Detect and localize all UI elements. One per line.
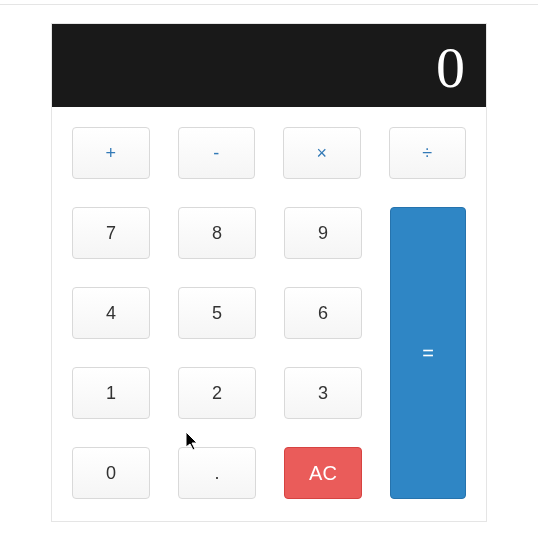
digit-2-button[interactable]: 2: [178, 367, 256, 419]
digit-5-button[interactable]: 5: [178, 287, 256, 339]
digit-4-button[interactable]: 4: [72, 287, 150, 339]
digit-0-button[interactable]: 0: [72, 447, 150, 499]
digit-3-button[interactable]: 3: [284, 367, 362, 419]
clear-button[interactable]: AC: [284, 447, 362, 499]
digit-6-button[interactable]: 6: [284, 287, 362, 339]
subtract-button[interactable]: -: [178, 127, 256, 179]
digit-7-button[interactable]: 7: [72, 207, 150, 259]
digit-9-button[interactable]: 9: [284, 207, 362, 259]
display: 0: [52, 24, 486, 107]
divide-button[interactable]: ÷: [389, 127, 467, 179]
digit-1-button[interactable]: 1: [72, 367, 150, 419]
add-button[interactable]: +: [72, 127, 150, 179]
calculator: 0 + - × ÷ 7 8 9 4 5 6 1: [51, 23, 487, 522]
keypad: + - × ÷ 7 8 9 4 5 6 1 2 3: [52, 107, 486, 521]
digit-8-button[interactable]: 8: [178, 207, 256, 259]
decimal-button[interactable]: .: [178, 447, 256, 499]
equals-button[interactable]: =: [390, 207, 466, 499]
multiply-button[interactable]: ×: [283, 127, 361, 179]
